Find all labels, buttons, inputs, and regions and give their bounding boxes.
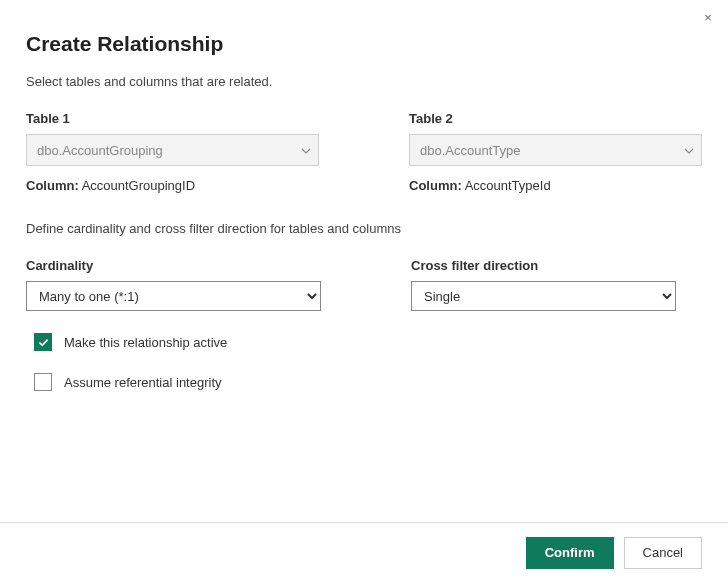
active-checkbox-row: Make this relationship active [26,333,702,351]
table1-select-wrap [26,134,319,166]
active-checkbox[interactable] [34,333,52,351]
table2-label: Table 2 [409,111,702,126]
active-checkbox-label[interactable]: Make this relationship active [64,335,227,350]
dialog-subtitle: Select tables and columns that are relat… [26,74,702,89]
dialog-title: Create Relationship [26,32,702,56]
table2-select[interactable] [409,134,702,166]
close-button[interactable]: × [698,8,718,28]
table2-column: Table 2 Column: AccountTypeId [409,111,702,193]
column-label: Column: [409,178,462,193]
create-relationship-dialog: × Create Relationship Select tables and … [0,0,728,582]
table2-select-wrap [409,134,702,166]
table1-label: Table 1 [26,111,319,126]
close-icon: × [704,10,712,25]
confirm-button[interactable]: Confirm [526,537,614,569]
table1-column: Table 1 Column: AccountGroupingID [26,111,319,193]
tables-row: Table 1 Column: AccountGroupingID Table … [26,111,702,193]
cardinality-column: Cardinality Many to one (*:1) [26,258,321,311]
cancel-button[interactable]: Cancel [624,537,702,569]
define-text: Define cardinality and cross filter dire… [26,221,702,236]
referential-checkbox-label[interactable]: Assume referential integrity [64,375,222,390]
table1-select[interactable] [26,134,319,166]
table1-column-value: AccountGroupingID [82,178,195,193]
table1-column-line: Column: AccountGroupingID [26,178,319,193]
dialog-footer: Confirm Cancel [0,522,728,582]
check-icon [37,336,50,349]
table2-column-value: AccountTypeId [465,178,551,193]
cross-filter-select[interactable]: Single [411,281,676,311]
table2-column-line: Column: AccountTypeId [409,178,702,193]
cardinality-label: Cardinality [26,258,321,273]
column-label: Column: [26,178,79,193]
cardinality-select[interactable]: Many to one (*:1) [26,281,321,311]
cardinality-row: Cardinality Many to one (*:1) Cross filt… [26,258,702,311]
cross-filter-column: Cross filter direction Single [411,258,676,311]
cross-filter-label: Cross filter direction [411,258,676,273]
referential-checkbox[interactable] [34,373,52,391]
referential-checkbox-row: Assume referential integrity [26,373,702,391]
